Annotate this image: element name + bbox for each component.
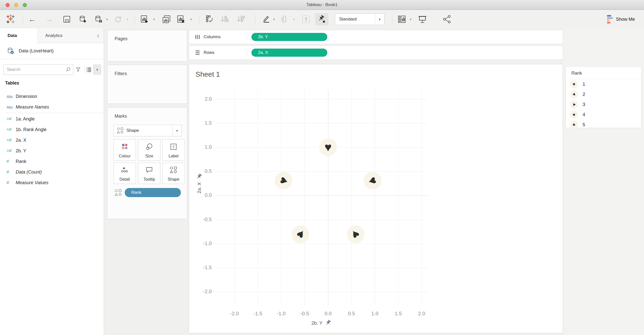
clear-sheet-button[interactable] [177,15,185,24]
search-input[interactable] [4,67,63,72]
duplicate-sheet-button[interactable] [162,15,171,24]
sort-ascending-button[interactable] [221,15,229,24]
pages-shelf[interactable]: Pages [107,30,187,61]
rows-pill-2a-x[interactable]: 2a. X [251,49,327,57]
heart-mark-rank-4[interactable]: ♥ [292,225,309,243]
filters-label: Filters [108,65,187,76]
text-box-button[interactable]: T [302,15,311,24]
highlight-caret[interactable]: ▾ [273,17,275,21]
legend-pane: Rank ♥1♥2♥3♥4♥5 [563,28,644,335]
view-fit-dropdown[interactable]: Standard ▾ [335,13,384,25]
view-as-list-icon[interactable] [86,66,92,73]
list-options-caret[interactable]: ▾ [93,64,101,75]
pin-icon[interactable] [196,174,203,180]
pin-icon[interactable] [325,320,332,326]
show-hide-cards-button[interactable] [398,15,407,24]
field-item[interactable]: #Rank [0,156,104,167]
tab-analytics[interactable]: Analytics [37,28,93,43]
size-button[interactable]: Size [138,139,160,161]
y-tick-label: -1.0 [197,241,212,246]
mark-type-dropdown[interactable]: Shape ▾ [114,125,182,136]
rank-legend-card[interactable]: Rank ♥1♥2♥3♥4♥5 [566,66,641,128]
show-hide-cards-caret[interactable]: ▾ [410,17,412,21]
swap-rows-columns-button[interactable] [205,15,214,24]
number-field-icon: # [0,159,16,164]
pause-auto-updates-button[interactable] [95,15,103,23]
data-source-row[interactable]: Data (LoveHeart) [0,43,104,59]
new-worksheet-caret[interactable]: ▾ [153,17,155,21]
detail-label: Detail [120,177,130,184]
show-me-button[interactable]: Show Me [607,15,635,23]
legend-item-rank-5[interactable]: ♥5 [566,120,641,130]
legend-item-rank-3[interactable]: ♥3 [566,99,641,110]
field-divider [6,113,104,113]
rank-pill[interactable]: Rank [125,188,181,197]
plot-area[interactable]: 2b. Y 2a. X -2.0-1.5-1.0- [215,90,428,305]
redo-button[interactable]: → [46,15,53,23]
chevron-down-icon[interactable]: ▾ [375,14,384,25]
field-item[interactable]: AbcDimension [0,91,104,102]
filter-funnel-icon[interactable] [76,67,81,73]
new-worksheet-button[interactable] [140,15,149,24]
number-field-icon: =# [0,148,16,153]
tab-data[interactable]: Data [0,28,37,43]
heart-halo: ♥ [570,90,578,98]
field-name: 1b. Rank Angle [16,127,47,132]
heart-mark-rank-3[interactable]: ♥ [347,225,364,243]
colour-button[interactable]: Colour [114,139,136,161]
marks-label: Marks [108,108,187,119]
fix-axes-button[interactable] [315,13,328,25]
heart-mark-rank-2[interactable]: ♥ [364,172,381,190]
sort-descending-button[interactable] [237,15,245,24]
run-update-button[interactable] [114,15,122,24]
clear-sheet-caret[interactable]: ▾ [190,17,192,21]
marks-card: Marks Shape ▾ Colour [107,107,187,219]
string-field-icon: Abc [0,105,16,109]
tooltip-button[interactable]: Tooltip [138,163,160,184]
detail-button[interactable]: Detail [114,163,136,184]
x-tick-label: -1.5 [248,311,268,317]
legend-item-rank-2[interactable]: ♥2 [566,89,641,99]
columns-shelf[interactable]: Columns 2b. Y [189,30,563,44]
presentation-mode-button[interactable] [418,15,427,24]
rows-shelf[interactable]: Rows 2a. X [189,46,563,60]
new-data-source-button[interactable] [79,15,87,23]
format-annotations-caret[interactable]: ▾ [293,17,295,21]
label-icon: T [170,140,177,154]
save-button[interactable] [63,15,71,23]
y-tick-label: 2.0 [197,96,212,102]
field-item[interactable]: =#2b. Y [0,145,104,156]
y-tick-label: 0.5 [197,168,212,174]
separator [84,66,85,73]
collapse-pane-icon[interactable]: ‹ [93,28,104,43]
share-button[interactable] [443,15,452,24]
heart-mark-rank-5[interactable]: ♥ [275,172,292,190]
filters-shelf[interactable]: Filters [107,65,187,104]
heart-mark-rank-1[interactable]: ♥ [319,138,337,156]
tooltip-icon [145,163,153,177]
label-button[interactable]: T Label [162,139,185,161]
pause-auto-updates-caret[interactable]: ▾ [106,17,108,21]
field-item[interactable]: =#1a. Angle [0,114,104,124]
field-item[interactable]: #Measure Values [0,177,104,188]
size-icon [145,140,153,154]
shape-button[interactable]: Shape [162,163,185,184]
detail-icon [121,163,128,177]
run-update-caret[interactable]: ▾ [126,17,128,21]
colour-icon [121,140,128,154]
format-annotations-button[interactable] [280,15,289,24]
field-item[interactable]: =#2a. X [0,135,104,145]
chevron-down-icon[interactable]: ▾ [172,125,182,136]
field-item[interactable]: =#1b. Rank Angle [0,124,104,135]
search-input-wrap[interactable] [4,64,73,75]
columns-pill-2b-y[interactable]: 2b. Y [251,33,327,41]
undo-button[interactable]: ← [28,15,36,23]
field-item[interactable]: AbcMeasure Names [0,102,104,112]
number-field-icon: =# [0,116,16,121]
legend-item-rank-4[interactable]: ♥4 [566,110,641,120]
legend-item-rank-1[interactable]: ♥1 [566,79,641,89]
gridline-horizontal [215,220,428,220]
field-item[interactable]: #Data (Count) [0,167,104,177]
highlight-button[interactable] [262,15,271,24]
gridline-vertical [422,90,422,305]
